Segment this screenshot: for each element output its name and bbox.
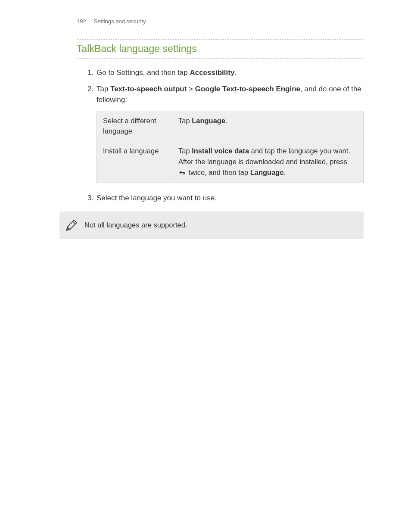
row2-text-c: twice, and then tap (187, 168, 250, 176)
row2-text-d: . (284, 168, 286, 176)
row1-text-b: . (225, 117, 227, 124)
note-block: Not all languages are supported. (59, 212, 364, 239)
step-2-text-a: Tap (97, 85, 110, 93)
steps-list: Go to Settings, and then tap Accessibili… (96, 65, 364, 206)
step-2: Tap Text-to-speech output > Google Text-… (96, 81, 364, 190)
row1-desc: Tap Language. (172, 111, 364, 141)
row2-desc: Tap Install voice data and tap the langu… (172, 141, 364, 183)
row2-label: Install a language (97, 141, 172, 183)
options-table: Select a different language Tap Language… (97, 111, 364, 184)
row2-bold-language: Language (250, 168, 284, 176)
svg-line-0 (73, 221, 75, 224)
section-title: TalkBack language settings (77, 40, 364, 58)
document-page: 192 Settings and security TalkBack langu… (0, 0, 411, 239)
row1-bold-language: Language (192, 117, 225, 124)
table-row: Install a language Tap Install voice dat… (97, 141, 364, 183)
step-2-bold-google: Google Text-to-speech Engine (195, 85, 300, 93)
step-2-bold-tts: Text-to-speech output (110, 85, 187, 93)
row1-label: Select a different language (97, 111, 172, 141)
row2-bold-install: Install voice data (192, 147, 249, 155)
step-2-text-b: > (187, 85, 195, 93)
table-row: Select a different language Tap Language… (97, 111, 364, 141)
page-section-label: Settings and security (94, 17, 146, 26)
note-text: Not all languages are supported. (84, 220, 187, 230)
step-3-text: Select the language you want to use. (97, 194, 217, 202)
step-1-text-a: Go to Settings, and then tap (97, 68, 190, 77)
step-1-text-b: . (234, 68, 237, 77)
pen-icon (64, 218, 79, 233)
page-header: 192 Settings and security (0, 17, 411, 26)
divider-bottom (77, 58, 364, 59)
row1-text-a: Tap (178, 117, 192, 124)
step-1: Go to Settings, and then tap Accessibili… (96, 65, 364, 81)
row2-text-a: Tap (178, 147, 192, 155)
step-1-bold-accessibility: Accessibility (190, 68, 234, 77)
page-number: 192 (77, 17, 86, 26)
back-icon (178, 168, 185, 179)
step-3: Select the language you want to use. (96, 190, 364, 206)
